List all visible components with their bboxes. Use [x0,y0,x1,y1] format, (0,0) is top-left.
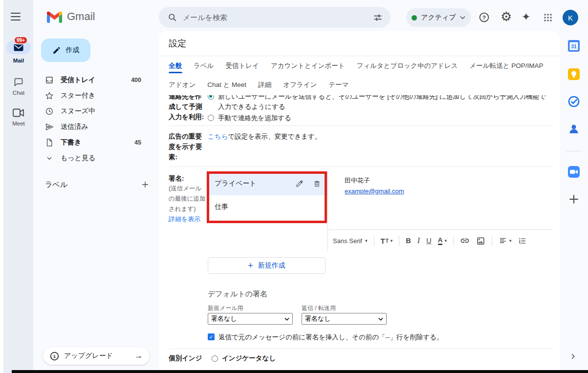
sidebar-item-more[interactable]: もっと見る [37,150,151,166]
tab-advanced[interactable]: 詳細 [258,81,271,89]
signature-preview-email-link[interactable]: example@gmail.com [345,187,404,195]
settings-tabs-row1: 全般 ラベル 受信トレイ アカウントとインポート フィルタとブロック中のアドレス… [169,62,543,70]
tab-inbox[interactable]: 受信トレイ [225,62,259,70]
sidebar-item-sent[interactable]: 送信済み [37,119,151,135]
tab-chat-meet[interactable]: Chat と Meet [207,81,246,89]
reply-forward-signature-select[interactable]: 署名なし [302,313,387,325]
insert-link-icon[interactable] [460,236,470,246]
keep-icon[interactable] [567,68,580,81]
tab-addons[interactable]: アドオン [169,81,196,89]
rail-label-chat: Chat [4,90,33,96]
signature-details-link[interactable]: 詳細を表示 [169,215,200,224]
calendar-icon[interactable]: 31 [567,40,580,52]
side-panel-divider [566,151,581,151]
numbered-list-icon[interactable] [518,237,527,245]
tab-accounts-import[interactable]: アカウントとインポート [271,62,345,70]
sidebar-item-snoozed[interactable]: スヌーズ中 [37,104,151,119]
insert-image-icon[interactable] [476,236,485,246]
arrow-right-icon: → [134,351,143,361]
ads-settings-link[interactable]: こちら [208,133,228,140]
radio-option-manual-add[interactable]: 手動で連絡先を追加する [208,113,550,123]
chevron-down-icon: ▾ [444,238,447,243]
meet-icon [13,108,24,117]
editor-toolbar: Sans Serif ▾ TT ▾ B I U A ▾ ▾ [333,230,527,251]
sidebar-item-drafts[interactable]: 下書き 45 [37,135,151,150]
radio-unselected-icon[interactable] [212,355,218,362]
row-divider [169,166,552,167]
italic-button[interactable]: I [417,236,420,245]
text-color-button[interactable]: A ▾ [438,237,447,245]
create-new-signature-button[interactable]: + 新規作成 [208,257,326,274]
search-bar[interactable] [159,7,391,28]
radio-option-auto-add[interactable]: 新しいユーザーにメールを送信すると、そのユーザーを [その他の連絡先] に追加し… [208,95,550,112]
delete-signature-icon[interactable] [313,180,321,187]
signature-item-private[interactable]: プライベート [208,172,327,195]
mail-icon [14,44,23,51]
get-addons-plus-icon[interactable] [567,193,580,206]
compose-button[interactable]: 作成 [41,39,90,62]
drafts-count: 45 [134,139,141,146]
contacts-row-options: 新しいユーザーにメールを送信すると、そのユーザーを [その他の連絡先] に追加し… [208,95,550,123]
tab-themes[interactable]: テーマ [328,81,348,89]
settings-gear-icon[interactable]: ⚙ [501,10,512,23]
edit-signature-icon[interactable] [296,180,304,187]
signature-row-label: 署名: [169,173,207,184]
signature-panel-divider [327,172,328,251]
tab-general[interactable]: 全般 [169,62,182,70]
rail-item-chat[interactable] [14,77,23,87]
apps-grid-icon[interactable] [544,13,552,22]
upgrade-button[interactable]: 1 アップグレード → [43,347,150,365]
chevron-down-icon [45,154,54,163]
search-icon[interactable] [168,13,177,22]
sidebar-item-inbox[interactable]: 受信トレイ 400 [37,72,151,88]
app-rail [4,0,33,373]
sidebar-item-starred[interactable]: スター付き [37,88,151,104]
tab-labels[interactable]: ラベル [194,62,214,70]
radio-unselected-icon[interactable] [208,115,214,121]
status-label: アクティブ [421,13,456,22]
bold-button[interactable]: B [406,237,411,245]
taskbar-edge [12,370,588,373]
tab-offline[interactable]: オフライン [283,81,317,89]
plus-icon: + [248,261,253,271]
zoom-app-icon[interactable] [567,166,580,178]
gmail-logo-icon[interactable] [47,11,62,23]
status-selector[interactable]: アクティブ [406,8,471,27]
chevron-down-icon: ▾ [509,238,512,243]
chevron-down-icon: ▾ [391,238,393,243]
select-chevron-icon [284,317,289,321]
text-size-button[interactable]: TT ▾ [381,237,393,245]
chevron-down-icon [460,16,465,20]
compose-label: 作成 [66,46,80,55]
select-chevron-icon [378,317,383,321]
gemini-sparkle-icon[interactable]: ✦ [522,12,530,22]
rail-item-meet[interactable] [13,108,24,117]
tab-filters-blocked[interactable]: フィルタとブロック中のアドレス [357,62,458,70]
hamburger-menu-icon[interactable] [11,13,21,21]
signature-preview-name: 田中花子 [345,175,404,186]
signature-preview[interactable]: 田中花子 example@gmail.com [345,175,404,197]
expand-side-panel-chevron-icon[interactable] [569,352,577,360]
font-family-select[interactable]: Sans Serif ▾ [333,237,368,245]
checkbox-checked-icon[interactable]: ✓ [208,333,215,340]
settings-content: 連絡先を作成して予測入力を利用: 新しいユーザーにメールを送信すると、そのユーザ… [159,95,554,373]
signature-item-work[interactable]: 仕事 [208,195,327,219]
align-button[interactable]: ▾ [499,237,512,245]
radio-selected-icon[interactable] [208,95,214,100]
new-mail-signature-select[interactable]: 署名なし [208,313,293,325]
tasks-icon[interactable] [567,95,580,108]
svg-text:1: 1 [53,353,56,359]
underline-button[interactable]: U [426,237,431,245]
help-icon[interactable]: ? [479,12,490,23]
add-label-icon[interactable] [141,180,150,189]
page-title: 設定 [169,38,186,49]
rail-label-mail: Mail [4,58,33,63]
contacts-icon[interactable] [567,123,580,135]
signature-defaults-heading: デフォルトの署名 [208,290,267,299]
pencil-icon [52,46,61,55]
search-input[interactable] [183,13,373,21]
account-avatar[interactable]: K [563,10,578,25]
tab-forwarding-pop-imap[interactable]: メール転送と POP/IMAP [470,62,544,70]
tune-icon[interactable] [373,13,383,22]
insert-signature-before-quote-option[interactable]: ✓ 返信で元のメッセージの前に署名を挿入し、その前の「--」行を削除する。 [208,333,443,342]
